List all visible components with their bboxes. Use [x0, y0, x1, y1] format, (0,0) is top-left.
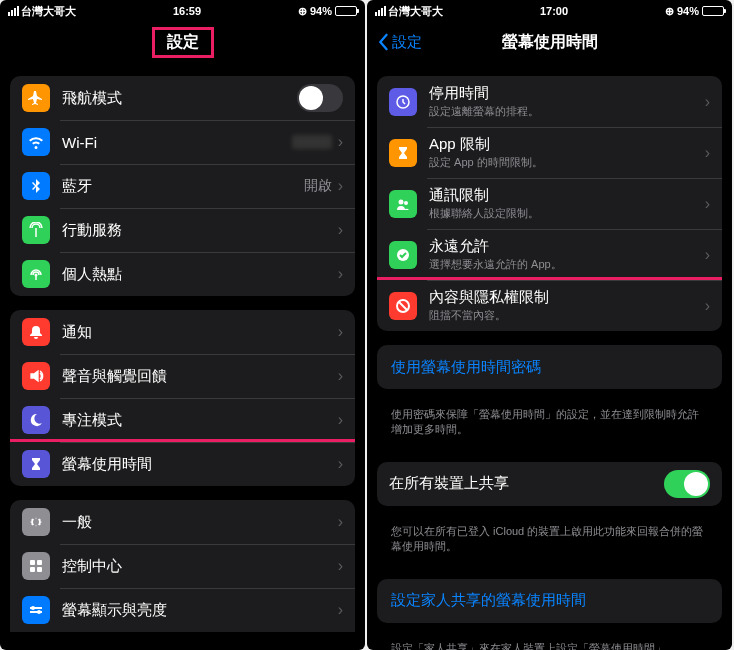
chevron-icon: ›	[338, 265, 343, 283]
row-label: 通知	[62, 323, 338, 342]
row-label: 藍牙	[62, 177, 304, 196]
row-value: 開啟	[304, 177, 332, 195]
chevron-icon: ›	[705, 246, 710, 264]
settings-row-airplane[interactable]: 飛航模式	[10, 76, 355, 120]
settings-list[interactable]: 飛航模式Wi-Fi›藍牙開啟›行動服務›個人熱點› 通知›聲音與觸覺回饋›專注模…	[0, 62, 365, 650]
row-label: 飛航模式	[62, 89, 297, 108]
row-label: 控制中心	[62, 557, 338, 576]
alarm-icon: ⊕	[298, 5, 307, 18]
carrier-label: 台灣大哥大	[21, 4, 76, 19]
settings-row-hotspot[interactable]: 個人熱點›	[10, 252, 355, 296]
share-label: 在所有裝置上共享	[389, 474, 664, 493]
settings-row-nosign[interactable]: 內容與隱私權限制阻擋不當內容。›	[377, 277, 722, 331]
chevron-icon: ›	[705, 93, 710, 111]
settings-row-check[interactable]: 永遠允許選擇想要永遠允許的 App。›	[377, 229, 722, 280]
clock-icon	[389, 88, 417, 116]
row-subtitle: 阻擋不當內容。	[429, 308, 705, 323]
screentime-group-limits: 停用時間設定遠離螢幕的排程。›App 限制設定 App 的時間限制。›通訊限制根…	[377, 76, 722, 331]
settings-group-connectivity: 飛航模式Wi-Fi›藍牙開啟›行動服務›個人熱點›	[10, 76, 355, 296]
row-label: 內容與隱私權限制	[429, 288, 705, 307]
chevron-icon: ›	[705, 144, 710, 162]
signal-icon	[375, 6, 386, 16]
settings-row-bell[interactable]: 通知›	[10, 310, 355, 354]
status-bar: 台灣大哥大 16:59 ⊕ 94%	[0, 0, 365, 22]
navbar: 設定 螢幕使用時間	[367, 22, 732, 62]
share-toggle[interactable]	[664, 470, 710, 498]
comm-icon	[389, 190, 417, 218]
row-subtitle: 根據聯絡人設定限制。	[429, 206, 705, 221]
svg-point-6	[37, 610, 41, 614]
chevron-icon: ›	[338, 455, 343, 473]
bell-icon	[22, 318, 50, 346]
wifi-value	[292, 135, 332, 149]
svg-rect-2	[37, 560, 42, 565]
check-icon	[389, 241, 417, 269]
settings-row-hourglass[interactable]: App 限制設定 App 的時間限制。›	[377, 127, 722, 178]
share-group: 在所有裝置上共享	[377, 462, 722, 506]
page-title: 設定	[152, 27, 214, 58]
row-subtitle: 選擇想要永遠允許的 App。	[429, 257, 705, 272]
bluetooth-icon	[22, 172, 50, 200]
settings-row-hourglass[interactable]: 螢幕使用時間›	[10, 439, 355, 486]
settings-row-wifi[interactable]: Wi-Fi›	[10, 120, 355, 164]
display-icon	[22, 596, 50, 624]
row-label: 螢幕顯示與亮度	[62, 601, 338, 620]
settings-row-bluetooth[interactable]: 藍牙開啟›	[10, 164, 355, 208]
settings-row-sound[interactable]: 聲音與觸覺回饋›	[10, 354, 355, 398]
family-group: 設定家人共享的螢幕使用時間	[377, 579, 722, 623]
passcode-group: 使用螢幕使用時間密碼	[377, 345, 722, 389]
row-label: Wi-Fi	[62, 134, 292, 151]
airplane-icon	[22, 84, 50, 112]
gear-icon	[22, 508, 50, 536]
svg-point-8	[399, 199, 404, 204]
navbar: 設定	[0, 22, 365, 62]
carrier-label: 台灣大哥大	[388, 4, 443, 19]
back-button[interactable]: 設定	[377, 33, 422, 52]
chevron-icon: ›	[338, 323, 343, 341]
svg-point-9	[404, 201, 408, 205]
phone-settings: 台灣大哥大 16:59 ⊕ 94% 設定 飛航模式Wi-Fi›藍牙開啟›行動服務…	[0, 0, 365, 650]
row-label: 停用時間	[429, 84, 705, 103]
clock-label: 16:59	[173, 5, 201, 17]
alarm-icon: ⊕	[665, 5, 674, 18]
chevron-icon: ›	[705, 195, 710, 213]
chevron-icon: ›	[338, 557, 343, 575]
footer-text: 設定「家人共享」來在家人裝置上設定「螢幕使用時間」。	[377, 637, 722, 650]
toggle[interactable]	[297, 84, 343, 112]
row-label: 專注模式	[62, 411, 338, 430]
row-label: App 限制	[429, 135, 705, 154]
row-label: 永遠允許	[429, 237, 705, 256]
battery-percent: 94%	[677, 5, 699, 17]
battery-percent: 94%	[310, 5, 332, 17]
settings-row-comm[interactable]: 通訊限制根據聯絡人設定限制。›	[377, 178, 722, 229]
clock-label: 17:00	[540, 5, 568, 17]
settings-row-gear[interactable]: 一般›	[10, 500, 355, 544]
settings-row-control[interactable]: 控制中心›	[10, 544, 355, 588]
svg-rect-3	[30, 567, 35, 572]
row-subtitle: 設定 App 的時間限制。	[429, 155, 705, 170]
footer-text: 您可以在所有已登入 iCloud 的裝置上啟用此功能來回報合併的螢幕使用時間。	[377, 520, 722, 565]
status-bar: 台灣大哥大 17:00 ⊕ 94%	[367, 0, 732, 22]
settings-group-notifications: 通知›聲音與觸覺回饋›專注模式›螢幕使用時間›	[10, 310, 355, 486]
settings-row-clock[interactable]: 停用時間設定遠離螢幕的排程。›	[377, 76, 722, 127]
chevron-icon: ›	[338, 221, 343, 239]
nosign-icon	[389, 292, 417, 320]
footer-text: 使用密碼來保障「螢幕使用時間」的設定，並在達到限制時允許增加更多時間。	[377, 403, 722, 448]
family-link[interactable]: 設定家人共享的螢幕使用時間	[377, 579, 722, 623]
passcode-link[interactable]: 使用螢幕使用時間密碼	[377, 345, 722, 389]
chevron-icon: ›	[338, 177, 343, 195]
svg-rect-4	[37, 567, 42, 572]
chevron-icon: ›	[705, 297, 710, 315]
screentime-list[interactable]: 停用時間設定遠離螢幕的排程。›App 限制設定 App 的時間限制。›通訊限制根…	[367, 62, 732, 650]
link-label: 設定家人共享的螢幕使用時間	[391, 591, 586, 610]
settings-row-cellular[interactable]: 行動服務›	[10, 208, 355, 252]
settings-row-display[interactable]: 螢幕顯示與亮度›	[10, 588, 355, 632]
row-label: 通訊限制	[429, 186, 705, 205]
row-label: 個人熱點	[62, 265, 338, 284]
chevron-icon: ›	[338, 513, 343, 531]
settings-row-moon[interactable]: 專注模式›	[10, 398, 355, 442]
battery-icon	[335, 6, 357, 16]
signal-icon	[8, 6, 19, 16]
share-row[interactable]: 在所有裝置上共享	[377, 462, 722, 506]
settings-group-general: 一般›控制中心›螢幕顯示與亮度›	[10, 500, 355, 632]
